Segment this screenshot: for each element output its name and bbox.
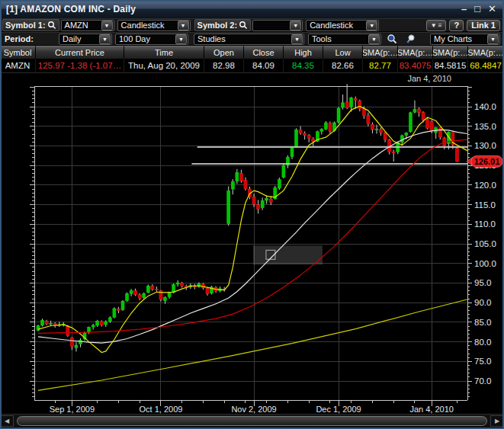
candle-body [164,298,167,301]
sma4-value: 68.4847 [468,59,504,72]
candle-body [244,181,247,189]
chevron-down-icon: ▼ [99,34,111,44]
candle-body [299,130,302,133]
toolbar-row-1: Symbol 1: AMZN ▼ Candlestick ▼ Symbol 2:… [0,18,504,32]
symbol2-label: Symbol 2: [194,19,252,31]
y-axis-label: 70.0 [474,376,491,386]
chart-style1-select[interactable]: Candlestick ▼ [117,20,191,31]
candle-body [227,191,230,224]
quote-table-header: Symbol Current Price Time Open Close Hig… [0,46,504,59]
symbol2-select[interactable]: ▼ [252,20,303,31]
col-header-sma3: SMA(p:… [433,46,468,59]
candle-body [126,293,129,300]
candle-body [324,123,327,129]
col-header-high: High [284,46,323,59]
scroll-right-icon[interactable]: ▶ [490,415,504,427]
zoom-in-button[interactable] [384,33,400,45]
mycharts-select[interactable]: My Charts ▼ [430,34,500,45]
candle-body [342,103,345,107]
svg-text:126.01: 126.01 [474,157,500,166]
current-price-value: 125.97 -1.38 (-1.07… [36,59,124,72]
sma1-value: 82.77 [363,59,398,72]
symbol1-label: Symbol 1: [2,19,59,31]
sma-fast-line [38,107,467,353]
candle-body [117,309,120,310]
chevron-down-icon: ▼ [291,34,303,44]
y-axis-label: 105.0 [474,239,496,248]
close-icon[interactable]: ✕ [488,2,496,17]
candle-body [143,293,146,297]
symbol-value: AMZN [0,59,36,72]
range-select[interactable]: 100 Day ▼ [115,34,188,45]
price-chart[interactable]: 140.0135.0130.0125.0120.0115.0110.0105.0… [0,74,504,414]
chart-style2-select[interactable]: Candlestick ▼ [306,20,379,31]
y-axis-label: 110.0 [474,219,496,229]
tools-select[interactable]: Tools ▼ [308,34,381,45]
symbol1-select[interactable]: AMZN ▼ [61,20,114,31]
scrollbar-thumb[interactable] [17,416,487,426]
chart-scrollbar[interactable]: ◀ ▶ [0,414,504,427]
zoom-in-icon [387,34,397,44]
col-header-sma1: SMA(p:… [363,46,398,59]
col-header-current-price: Current Price [36,46,124,59]
candle-body [320,130,323,132]
candle-body [261,200,264,207]
candle-body [430,121,433,130]
candle-body [108,318,111,322]
candle-body [91,325,95,327]
pan-magnifier-icon [405,34,416,44]
candle-body [426,119,429,128]
sma-mid-line [38,130,467,343]
candle-body [371,124,374,130]
candle-body [455,149,458,162]
candle-body [168,293,171,297]
candle-body [151,287,154,290]
candle-body [231,182,234,189]
candle-body [278,180,281,188]
sma-long-line [38,299,467,390]
window-menu-button[interactable]: ▼ ≡ [426,20,447,31]
y-axis-label: 90.0 [474,298,491,307]
candle-body [70,338,73,346]
candle-body [134,291,137,295]
candle-body [104,322,108,325]
candle-body [362,109,365,116]
y-axis-label: 100.0 [474,259,496,268]
candle-body [41,320,44,325]
chevron-down-icon: ▼ [290,21,301,30]
chevron-down-icon: ▼ [487,34,499,44]
selection-box[interactable] [253,245,323,264]
candle-body [409,113,412,132]
scroll-left-icon[interactable]: ◀ [0,415,14,427]
candle-body [392,152,395,153]
candle-body [100,322,103,325]
sma2-value: 83.4075 [398,59,433,72]
col-header-low: Low [323,46,363,59]
candle-body [113,309,116,317]
maximize-icon[interactable]: □ [474,2,480,17]
close-value: 84.09 [244,59,284,72]
period-select[interactable]: Daily ▼ [59,34,112,45]
chart-window: [1] AMAZON COM INC - Daily – □ ✕ Symbol … [0,0,504,429]
chevron-down-icon: ▼ [101,21,113,30]
scrollbar-track[interactable] [15,415,489,427]
time-value: Thu, Aug 20, 2009 [124,59,204,72]
studies-select[interactable]: Studies ▼ [194,34,304,45]
col-header-close: Close [244,46,284,59]
y-axis-label: 135.0 [474,122,496,131]
menu-icon: ▼ ≡ [431,22,442,29]
link-button[interactable]: Link 1 [467,20,500,31]
candle-body [329,123,332,132]
candle-body [345,102,348,108]
col-header-symbol: Symbol [0,46,36,59]
candle-body [269,199,272,202]
candle-body [176,283,179,284]
x-axis-label: Oct 1, 2009 [140,405,183,414]
minimize-icon[interactable]: – [461,2,467,17]
pan-tool-button[interactable] [403,33,418,45]
col-header-open: Open [204,46,244,59]
help-button[interactable]: ? [449,20,464,31]
candle-body [181,283,184,286]
candle-body [75,345,78,347]
x-axis-label: Dec 1, 2009 [316,405,361,414]
